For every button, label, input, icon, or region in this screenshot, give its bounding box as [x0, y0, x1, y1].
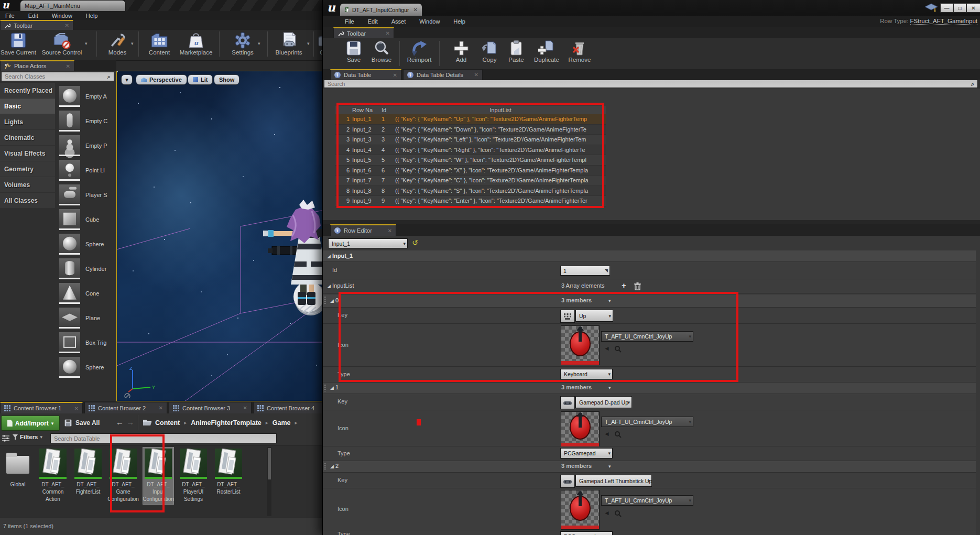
blueprints-button[interactable]: Blueprints: [269, 31, 308, 56]
content-browser-tab[interactable]: Content Browser 1 ✕: [0, 402, 83, 413]
show-button[interactable]: Show: [214, 74, 239, 85]
key-dropdown[interactable]: Gamepad D-pad Up: [575, 396, 632, 408]
row-editor-tab[interactable]: i Row Editor ✕: [330, 224, 396, 236]
icon-asset-dropdown[interactable]: T_AFT_UI_CmnCtrl_JoyUp: [601, 495, 693, 506]
menu-item[interactable]: File: [5, 13, 15, 19]
category-item[interactable]: All Classes: [0, 193, 55, 209]
type-dropdown[interactable]: PCGamepad: [560, 448, 613, 458]
add-button[interactable]: Add: [448, 40, 475, 63]
close-icon[interactable]: ✕: [65, 23, 69, 28]
level-viewport[interactable]: ▾ Perspective Lit Show Z Y: [116, 71, 333, 401]
element-1-header[interactable]: ◢ 1 3 members ▾: [323, 383, 976, 394]
close-icon[interactable]: ✕: [66, 63, 70, 69]
breadcrumb-item[interactable]: Content▸: [155, 419, 187, 427]
category-item[interactable]: Volumes: [0, 177, 55, 193]
placeable-item[interactable]: Box Trig: [55, 330, 116, 355]
id-spinbox[interactable]: 1 ◥: [560, 266, 610, 276]
modes-button[interactable]: Modes: [100, 31, 135, 56]
filters-button[interactable]: Filters ▾: [13, 434, 42, 440]
placeable-item[interactable]: Empty P: [55, 133, 116, 158]
content-button[interactable]: Content: [140, 31, 178, 56]
expander-icon[interactable]: ◢: [327, 254, 331, 259]
category-item[interactable]: Cinematic: [0, 130, 55, 146]
menu-item[interactable]: Help: [86, 13, 98, 19]
tab-data-table[interactable]: i Data Table ✕: [330, 69, 401, 80]
expander-icon[interactable]: ◢: [330, 464, 334, 469]
source-control-button[interactable]: Source Control: [41, 31, 83, 56]
chevron-down-icon[interactable]: ▾: [258, 41, 260, 46]
save-all-button[interactable]: Save All: [64, 416, 100, 430]
paste-button[interactable]: Paste: [503, 40, 529, 63]
menu-item[interactable]: Asset: [391, 18, 406, 25]
property-root-header[interactable]: ◢ Input_1: [323, 250, 976, 262]
add-import-button[interactable]: Add/Import ▾: [1, 416, 60, 431]
browse-to-asset-icon[interactable]: [614, 431, 622, 438]
placeable-item[interactable]: Plane: [55, 305, 116, 330]
element-drag-handle[interactable]: [324, 385, 326, 391]
asset-tile[interactable]: DT_AFT_ FighterList: [72, 447, 104, 497]
chevron-down-icon[interactable]: ▾: [85, 41, 88, 46]
close-icon[interactable]: ✕: [74, 406, 79, 411]
placeable-item[interactable]: Point Li: [55, 158, 116, 182]
use-selected-icon[interactable]: ◄: [604, 509, 610, 517]
menu-item[interactable]: Edit: [28, 13, 38, 19]
menu-item[interactable]: Help: [453, 18, 465, 25]
category-item[interactable]: Recently Placed: [0, 83, 55, 99]
close-icon[interactable]: ✕: [159, 405, 163, 411]
breadcrumb-item[interactable]: Game▸: [273, 419, 298, 427]
category-item[interactable]: Visual Effects: [0, 146, 55, 161]
duplicate-button[interactable]: Duplicate: [531, 40, 562, 63]
chevron-down-icon[interactable]: ▾: [307, 41, 310, 46]
minimize-button[interactable]: —: [940, 3, 953, 13]
asset-editor-tab[interactable]: DT_AFT_InputConfigurati ✕: [340, 3, 422, 16]
drag-corner-icon[interactable]: ◥: [605, 268, 608, 273]
menu-item[interactable]: Edit: [368, 18, 378, 25]
texture-thumbnail[interactable]: [561, 490, 600, 530]
placeable-item[interactable]: Sphere: [55, 355, 116, 379]
settings-button[interactable]: Settings: [224, 31, 261, 56]
expander-icon[interactable]: ◢: [330, 298, 334, 303]
add-element-icon[interactable]: +: [622, 281, 626, 290]
close-icon[interactable]: ✕: [243, 405, 247, 411]
category-item[interactable]: Basic: [0, 99, 55, 114]
menu-item[interactable]: Window: [419, 18, 440, 25]
browse-to-asset-icon[interactable]: [614, 510, 622, 517]
texture-thumbnail[interactable]: [561, 411, 600, 447]
chevron-down-icon[interactable]: ▾: [131, 41, 134, 46]
content-browser-tab[interactable]: Content Browser 2 ✕: [84, 402, 167, 413]
table-search-input[interactable]: Search ⌕: [324, 80, 978, 88]
perspective-button[interactable]: Perspective: [136, 74, 187, 85]
expander-icon[interactable]: ◢: [327, 283, 331, 289]
right-toolbar-tab[interactable]: Toolbar ✕: [333, 27, 394, 38]
placeable-item[interactable]: Cone: [55, 281, 116, 305]
reimport-button[interactable]: Reimport: [402, 40, 436, 63]
key-dropdown[interactable]: Gamepad Left Thumbstick Up: [575, 475, 652, 487]
scrollbar[interactable]: [267, 447, 271, 516]
gamepad-icon[interactable]: [560, 396, 575, 409]
placeable-item[interactable]: Cylinder: [55, 256, 116, 281]
chevron-down-icon[interactable]: ▾: [608, 385, 611, 390]
nav-forward-icon[interactable]: →: [126, 418, 134, 427]
search-classes-input[interactable]: Search Classes ⌕: [1, 72, 114, 81]
category-item[interactable]: Geometry: [0, 161, 55, 177]
placeable-item[interactable]: Cube: [55, 207, 116, 232]
close-icon[interactable]: ✕: [413, 7, 418, 13]
content-browser-tab[interactable]: Content Browser 3 ✕: [169, 402, 252, 413]
breadcrumb-item[interactable]: AnimeFighterTemplate▸: [191, 419, 268, 427]
view-options-icon[interactable]: [2, 435, 9, 442]
trash-icon[interactable]: [634, 282, 641, 290]
element-drag-handle[interactable]: [324, 297, 326, 305]
browse-button[interactable]: Browse: [368, 40, 395, 63]
placeable-item[interactable]: Empty A: [55, 84, 116, 108]
asset-tile[interactable]: DT_AFT_ Common Action: [37, 447, 69, 505]
placeable-item[interactable]: Sphere: [55, 232, 116, 256]
left-toolbar-tab[interactable]: Toolbar ✕: [0, 20, 73, 30]
expander-icon[interactable]: ◢: [330, 385, 334, 390]
use-selected-icon[interactable]: ◄: [604, 430, 610, 438]
tab-data-table-details[interactable]: i Data Table Details ✕: [403, 69, 483, 80]
place-actors-tab[interactable]: Place Actors ✕: [0, 60, 74, 71]
type-dropdown[interactable]: PCGamepad: [560, 531, 613, 535]
placeable-item[interactable]: Player S: [55, 182, 116, 207]
asset-tile[interactable]: DT_AFT_ RosterList: [213, 447, 244, 497]
close-icon[interactable]: ✕: [386, 30, 390, 36]
